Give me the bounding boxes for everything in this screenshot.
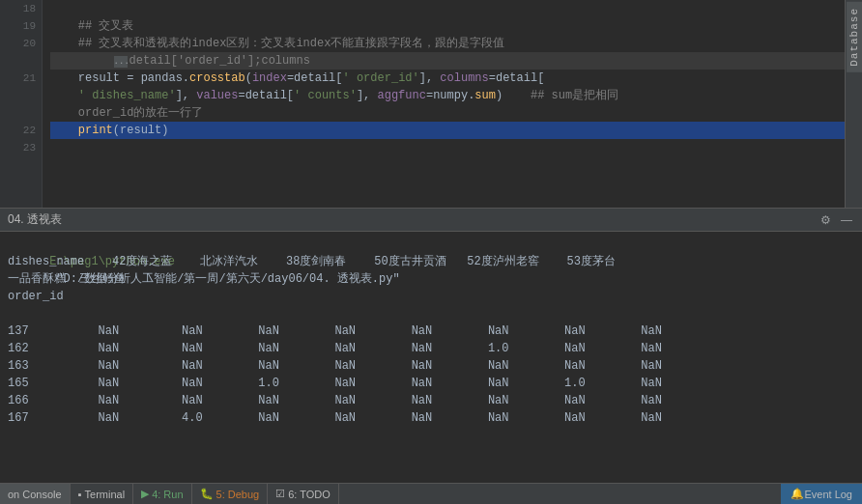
code-21-detail2: detail[ [496,70,544,87]
console-subheader: 一品香酥糕 三丝鳕鱼 \ [8,270,854,288]
notification-icon: 🔔 [790,488,804,500]
code-21c-str2: ' dishes_name' [50,87,176,104]
code-21c-sum: sum [474,87,496,104]
console-exec-line: E:\pag1\python.exe "D:/数据分析人工智能/第一周/第六天/… [8,236,854,253]
event-log-label: Event Log [804,489,852,500]
code-21-var: result [78,70,127,87]
panel-title: 04. 透视表 [8,211,62,228]
panel-settings-btn[interactable]: ⚙ [819,213,833,227]
database-tab[interactable]: Database [847,2,862,72]
console-row-165: 165 NaN NaN 1.0 NaN NaN NaN 1.0 NaN [8,375,854,392]
line-num-22: 22 [14,122,36,139]
console-row-166: 166 NaN NaN NaN NaN NaN NaN NaN NaN [8,392,854,409]
code-21-detail: detail[ [294,70,342,87]
code-line-21-cont1: ' dishes_name' ], values = detail[ ' cou… [50,87,845,104]
code-21-indent [50,70,78,87]
run-label: 4: Run [152,489,183,500]
code-22-indent [50,122,78,139]
status-bar: on Console ▪ Terminal ▶ 4: Run 🐛 5: Debu… [0,483,862,504]
code-21c2-cmt: order_id的放在一行了 [50,104,203,122]
breakpoint-gutter [0,0,8,208]
code-fold-text: detail['order_id'];columns [129,52,310,70]
code-21c-n2: ], [357,87,378,104]
line-num-cont1 [14,87,36,104]
line-num-18: 18 [14,0,36,17]
console-output: E:\pag1\python.exe "D:/数据分析人工智能/第一周/第六天/… [0,232,862,483]
code-comment-19: ## 交叉表 [50,17,133,35]
code-line-fold: ... detail['order_id'];columns [50,52,845,70]
code-line-19: ## 交叉表 [50,17,845,35]
console-blank-1 [8,305,854,322]
line-numbers: 18 19 20 21 22 23 [8,0,43,208]
panel-header: 04. 透视表 ⚙ — [0,209,862,232]
code-21c-numpy: numpy. [433,87,474,104]
code-21-str1: ' order_id' [343,70,419,87]
editor-area: 18 19 20 21 22 23 ## 交叉表 ## 交叉表和透视表的inde… [0,0,862,208]
code-21c-n1: ], [176,87,197,104]
panel-minimize-btn[interactable]: — [839,213,854,227]
code-line-20: ## 交叉表和透视表的index区别：交叉表index不能直接跟字段名，跟的是字… [50,35,845,52]
run-status-item[interactable]: ▶ 4: Run [133,484,191,504]
code-21c-det3: detail[ [245,87,294,104]
code-line-23 [50,139,845,156]
terminal-label: Terminal [85,489,126,500]
code-21-col-param: columns [440,70,488,87]
code-22-paren1: ( [113,122,120,139]
code-line-21-cont2: order_id的放在一行了 [50,104,845,122]
code-line-18 [50,0,845,17]
code-21-paren: ( [245,70,252,87]
line-num-19: 19 [14,17,36,35]
code-22-print: print [78,122,113,139]
console-row-162: 162 NaN NaN NaN NaN NaN 1.0 NaN NaN [8,340,854,357]
code-21-eq2: = [287,70,294,87]
code-21-eq: = [127,70,140,87]
todo-status-item[interactable]: ☑ 6: TODO [268,484,339,504]
code-21-pandas: pandas. [141,70,189,87]
code-editor[interactable]: ## 交叉表 ## 交叉表和透视表的index区别：交叉表index不能直接跟字… [43,0,845,208]
line-num-23: 23 [14,139,36,156]
line-num-21: 21 [14,70,36,87]
code-21c-cmt: ## sum是把相同 [531,87,618,104]
right-sidebar: Database [845,0,862,208]
code-21c-eq2: = [426,87,433,104]
code-22-result: result [120,122,161,139]
code-line-21: result = pandas. crosstab ( index = deta… [50,70,845,87]
code-21-close1: ], [419,70,441,87]
console-status-item[interactable]: on Console [0,484,71,504]
run-icon: ▶ [141,488,149,500]
code-21-func: crosstab [189,70,245,87]
code-21c-str3: ' counts' [294,87,357,104]
todo-icon: ☑ [275,488,285,500]
line-num-20: 20 [14,35,36,52]
code-21c-agg: aggfunc [378,87,426,104]
todo-label: 6: TODO [288,489,330,500]
debug-label: 5: Debug [216,489,260,500]
terminal-icon: ▪ [78,489,82,500]
console-row-167: 167 NaN 4.0 NaN NaN NaN NaN NaN NaN [8,409,854,427]
code-21c-val: values [196,87,238,104]
panel-actions: ⚙ — [819,213,854,227]
line-num-fold [14,52,36,70]
console-index-label: order_id [8,288,854,305]
code-21c-n3: ) [496,87,531,104]
bottom-panel: 04. 透视表 ⚙ — E:\pag1\python.exe "D:/数据分析人… [0,208,862,483]
line-num-cont2 [14,104,36,122]
event-log-item[interactable]: 🔔 Event Log [781,484,862,504]
console-row-137: 137 NaN NaN NaN NaN NaN NaN NaN NaN [8,322,854,340]
debug-icon: 🐛 [200,488,214,500]
console-status-label: on Console [8,489,62,500]
code-line-22: print ( result ) [50,122,845,139]
console-header-row: dishes_name 42度海之蓝 北冰洋汽水 38度剑南春 50度古井贡酒 … [8,253,854,270]
code-21c-eq: = [238,87,244,104]
code-21-index-param: index [252,70,287,87]
console-row-163: 163 NaN NaN NaN NaN NaN NaN NaN NaN [8,357,854,375]
terminal-status-item[interactable]: ▪ Terminal [71,484,133,504]
debug-status-item[interactable]: 🐛 5: Debug [192,484,269,504]
code-21-eq3: = [489,70,496,87]
code-22-paren2: ) [161,122,168,139]
